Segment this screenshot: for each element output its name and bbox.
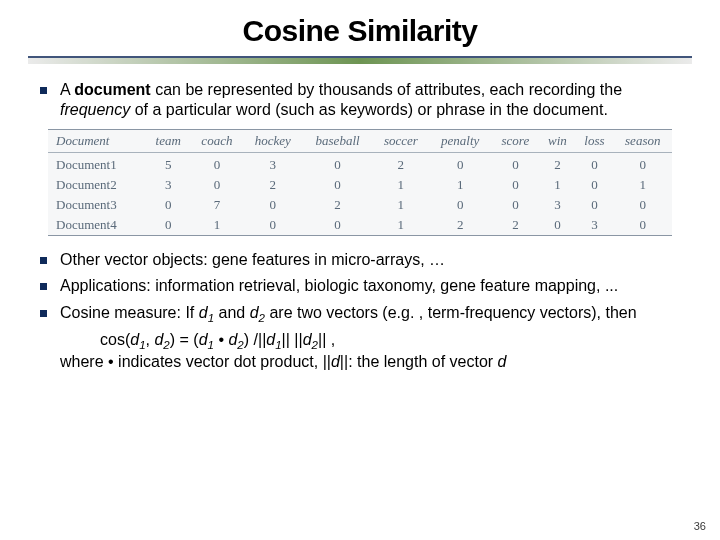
text-fragment: can be represented by thousands of attri…: [151, 81, 622, 98]
cell: 1: [373, 195, 429, 215]
formula-block: cos(d1, d2) = (d1 • d2) /||d1|| ||d2|| ,…: [38, 329, 682, 372]
table-row: Document1 5 0 3 0 2 0 0 2 0 0: [48, 152, 672, 175]
table-header-row: Document team coach hockey baseball socc…: [48, 129, 672, 152]
row-label: Document4: [48, 215, 146, 236]
row-label: Document1: [48, 152, 146, 175]
cell: 0: [575, 195, 613, 215]
text-fragment: of a particular word (such as keywords) …: [130, 101, 608, 118]
body: A document can be represented by thousan…: [0, 64, 720, 373]
var-d: d: [199, 331, 208, 348]
cell: 0: [491, 152, 539, 175]
col-header: score: [491, 129, 539, 152]
cell: 7: [191, 195, 244, 215]
table-row: Document3 0 7 0 2 1 0 0 3 0 0: [48, 195, 672, 215]
col-header: hockey: [243, 129, 302, 152]
cell: 0: [429, 152, 491, 175]
cell: 0: [491, 175, 539, 195]
cell: 0: [613, 152, 672, 175]
term-document-table: Document team coach hockey baseball socc…: [48, 129, 672, 236]
bold-document: document: [74, 81, 150, 98]
cell: 2: [373, 152, 429, 175]
cell: 0: [243, 215, 302, 236]
var-d: d: [250, 304, 259, 321]
cell: 1: [429, 175, 491, 195]
var-d: d: [199, 304, 208, 321]
text-fragment: ) /||: [244, 331, 267, 348]
cell: 0: [146, 195, 191, 215]
bullet-cosine-measure: Cosine measure: If d1 and d2 are two vec…: [38, 303, 682, 323]
text-fragment: ) = (: [170, 331, 199, 348]
cell: 0: [575, 175, 613, 195]
cell: 0: [613, 215, 672, 236]
text-fragment: cos(: [100, 331, 130, 348]
col-header: soccer: [373, 129, 429, 152]
title-underline: [28, 56, 692, 64]
cell: 0: [303, 152, 373, 175]
col-header: penalty: [429, 129, 491, 152]
var-d: d: [154, 331, 163, 348]
col-header: coach: [191, 129, 244, 152]
cell: 0: [303, 215, 373, 236]
var-d: d: [331, 353, 340, 370]
text-fragment: and: [214, 304, 250, 321]
cell: 2: [303, 195, 373, 215]
cell: 1: [613, 175, 672, 195]
page-title: Cosine Similarity: [243, 14, 478, 47]
var-d: d: [498, 353, 507, 370]
cell: 0: [303, 175, 373, 195]
top-bullet-list: A document can be represented by thousan…: [38, 80, 682, 121]
cell: 1: [373, 215, 429, 236]
row-label: Document3: [48, 195, 146, 215]
italic-frequency: frequency: [60, 101, 130, 118]
cell: 0: [539, 215, 575, 236]
cell: 0: [191, 152, 244, 175]
cell: 2: [429, 215, 491, 236]
row-label: Document2: [48, 175, 146, 195]
data-table: Document team coach hockey baseball socc…: [48, 129, 672, 236]
cell: 0: [146, 215, 191, 236]
bullet-document-definition: A document can be represented by thousan…: [38, 80, 682, 121]
cell: 0: [191, 175, 244, 195]
text-fragment: || ||: [282, 331, 303, 348]
page-number: 36: [694, 520, 706, 532]
cell: 0: [243, 195, 302, 215]
text-fragment: Cosine measure: If: [60, 304, 199, 321]
cell: 3: [539, 195, 575, 215]
var-d: d: [303, 331, 312, 348]
bullet-other-vectors: Other vector objects: gene features in m…: [38, 250, 682, 270]
cell: 3: [146, 175, 191, 195]
cell: 2: [243, 175, 302, 195]
bottom-bullet-list: Other vector objects: gene features in m…: [38, 250, 682, 323]
cell: 2: [539, 152, 575, 175]
formula-line-1: cos(d1, d2) = (d1 • d2) /||d1|| ||d2|| ,: [60, 329, 682, 351]
var-d: d: [266, 331, 275, 348]
var-d: d: [130, 331, 139, 348]
cell: 1: [191, 215, 244, 236]
cell: 0: [429, 195, 491, 215]
col-header: Document: [48, 129, 146, 152]
col-header: team: [146, 129, 191, 152]
col-header: baseball: [303, 129, 373, 152]
cell: 0: [575, 152, 613, 175]
title-block: Cosine Similarity: [0, 0, 720, 64]
col-header: win: [539, 129, 575, 152]
cell: 1: [373, 175, 429, 195]
cell: 3: [575, 215, 613, 236]
text-fragment: ||: the length of vector: [340, 353, 498, 370]
cell: 5: [146, 152, 191, 175]
cell: 1: [539, 175, 575, 195]
cell: 0: [491, 195, 539, 215]
cell: 3: [243, 152, 302, 175]
bullet-applications: Applications: information retrieval, bio…: [38, 276, 682, 296]
cell: 0: [613, 195, 672, 215]
cell: 2: [491, 215, 539, 236]
text-fragment: are two vectors (e.g. , term-frequency v…: [265, 304, 637, 321]
text-fragment: •: [214, 331, 229, 348]
slide: Cosine Similarity A document can be repr…: [0, 0, 720, 540]
col-header: season: [613, 129, 672, 152]
col-header: loss: [575, 129, 613, 152]
text-fragment: A: [60, 81, 74, 98]
formula-line-2: where • indicates vector dot product, ||…: [60, 351, 682, 373]
text-fragment: || ,: [318, 331, 335, 348]
table-row: Document2 3 0 2 0 1 1 0 1 0 1: [48, 175, 672, 195]
